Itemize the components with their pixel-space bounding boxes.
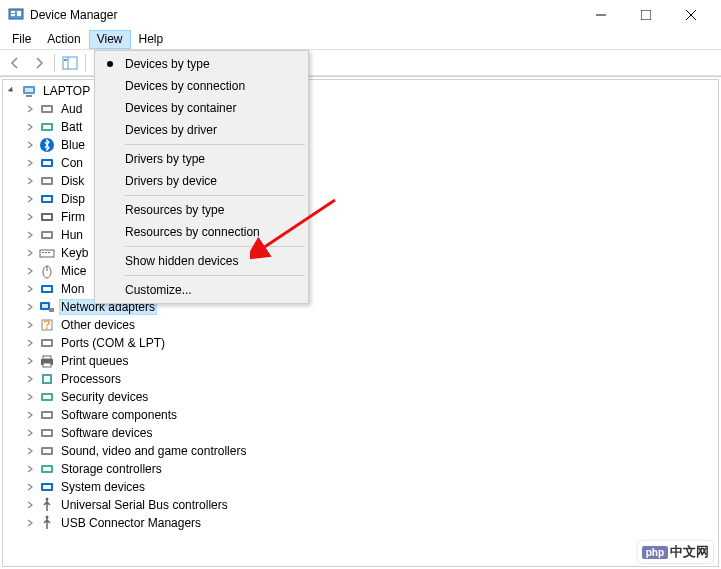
- expand-icon[interactable]: [23, 120, 37, 134]
- close-button[interactable]: [668, 0, 713, 30]
- svg-rect-38: [43, 287, 51, 291]
- view-dropdown-menu: Devices by typeDevices by connectionDevi…: [94, 50, 309, 304]
- hid-icon: [39, 227, 55, 243]
- show-hide-console-tree-button[interactable]: [59, 52, 81, 74]
- view-menu-item[interactable]: Drivers by device: [97, 170, 306, 192]
- svg-rect-1: [11, 11, 15, 13]
- expand-icon[interactable]: [23, 516, 37, 530]
- svg-point-63: [46, 498, 49, 501]
- svg-rect-8: [63, 57, 77, 69]
- svg-rect-32: [42, 252, 44, 253]
- view-menu-item[interactable]: Resources by connection: [97, 221, 306, 243]
- keyboard-icon: [39, 245, 55, 261]
- ports-icon: [39, 335, 55, 351]
- menu-view[interactable]: View: [89, 30, 131, 49]
- expand-icon[interactable]: [23, 318, 37, 332]
- view-menu-item[interactable]: Devices by driver: [97, 119, 306, 141]
- svg-rect-2: [11, 14, 15, 16]
- mouse-icon: [39, 263, 55, 279]
- watermark-brand: php: [642, 546, 668, 559]
- menu-separator: [125, 195, 305, 196]
- svg-rect-52: [43, 395, 51, 399]
- other-icon: ?: [39, 317, 55, 333]
- expand-icon[interactable]: [23, 480, 37, 494]
- expand-icon[interactable]: [23, 174, 37, 188]
- menu-separator: [125, 275, 305, 276]
- svg-rect-62: [43, 485, 51, 489]
- menu-item-label: Drivers by device: [125, 174, 217, 188]
- expand-icon[interactable]: [5, 84, 19, 98]
- menu-item-label: Devices by connection: [125, 79, 245, 93]
- tree-category-label: Security devices: [61, 390, 148, 404]
- expand-icon[interactable]: [23, 336, 37, 350]
- menu-item-label: Drivers by type: [125, 152, 205, 166]
- back-button[interactable]: [4, 52, 26, 74]
- view-menu-item[interactable]: Devices by container: [97, 97, 306, 119]
- view-menu-item[interactable]: Resources by type: [97, 199, 306, 221]
- menu-item-label: Devices by type: [125, 57, 210, 71]
- expand-icon[interactable]: [23, 300, 37, 314]
- svg-rect-24: [43, 179, 51, 183]
- tree-category-label: Mice: [61, 264, 86, 278]
- svg-text:?: ?: [43, 318, 50, 332]
- expand-icon[interactable]: [23, 228, 37, 242]
- maximize-button[interactable]: [623, 0, 668, 30]
- computer-icon: [21, 83, 37, 99]
- expand-icon[interactable]: [23, 138, 37, 152]
- tree-category-row[interactable]: Storage controllers: [3, 460, 718, 478]
- svg-rect-3: [17, 11, 21, 16]
- tree-category-row[interactable]: Software devices: [3, 424, 718, 442]
- printer-icon: [39, 353, 55, 369]
- battery-icon: [39, 119, 55, 135]
- expand-icon[interactable]: [23, 390, 37, 404]
- view-menu-item[interactable]: Drivers by type: [97, 148, 306, 170]
- tree-category-label: Disk: [61, 174, 84, 188]
- expand-icon[interactable]: [23, 408, 37, 422]
- view-menu-item[interactable]: Show hidden devices: [97, 250, 306, 272]
- expand-icon[interactable]: [23, 192, 37, 206]
- title-bar: Device Manager: [0, 0, 721, 30]
- tree-category-row[interactable]: Universal Serial Bus controllers: [3, 496, 718, 514]
- expand-icon[interactable]: [23, 156, 37, 170]
- tree-category-label: Software components: [61, 408, 177, 422]
- minimize-button[interactable]: [578, 0, 623, 30]
- expand-icon[interactable]: [23, 444, 37, 458]
- sound-icon: [39, 443, 55, 459]
- expand-icon[interactable]: [23, 102, 37, 116]
- tree-category-row[interactable]: Print queues: [3, 352, 718, 370]
- svg-rect-50: [44, 376, 50, 382]
- cpu-icon: [39, 371, 55, 387]
- tree-category-label: System devices: [61, 480, 145, 494]
- svg-rect-17: [43, 107, 51, 111]
- menu-help[interactable]: Help: [131, 30, 172, 49]
- tree-category-label: Con: [61, 156, 83, 170]
- menu-action[interactable]: Action: [39, 30, 88, 49]
- view-menu-item[interactable]: Customize...: [97, 279, 306, 301]
- expand-icon[interactable]: [23, 210, 37, 224]
- tree-category-row[interactable]: System devices: [3, 478, 718, 496]
- forward-button[interactable]: [28, 52, 50, 74]
- expand-icon[interactable]: [23, 426, 37, 440]
- menu-file[interactable]: File: [4, 30, 39, 49]
- toolbar-separator: [85, 54, 86, 72]
- window-title: Device Manager: [30, 8, 578, 22]
- tree-category-row[interactable]: Sound, video and game controllers: [3, 442, 718, 460]
- expand-icon[interactable]: [23, 498, 37, 512]
- tree-category-row[interactable]: Security devices: [3, 388, 718, 406]
- view-menu-item[interactable]: Devices by type: [97, 53, 306, 75]
- tree-category-row[interactable]: Processors: [3, 370, 718, 388]
- view-menu-item[interactable]: Devices by connection: [97, 75, 306, 97]
- expand-icon[interactable]: [23, 462, 37, 476]
- network-icon: [39, 299, 55, 315]
- expand-icon[interactable]: [23, 246, 37, 260]
- tree-category-row[interactable]: USB Connector Managers: [3, 514, 718, 532]
- expand-icon[interactable]: [23, 264, 37, 278]
- tree-category-row[interactable]: Ports (COM & LPT): [3, 334, 718, 352]
- tree-category-row[interactable]: ?Other devices: [3, 316, 718, 334]
- tree-category-row[interactable]: Software components: [3, 406, 718, 424]
- svg-rect-54: [43, 413, 51, 417]
- tree-category-label: Batt: [61, 120, 82, 134]
- expand-icon[interactable]: [23, 372, 37, 386]
- expand-icon[interactable]: [23, 282, 37, 296]
- expand-icon[interactable]: [23, 354, 37, 368]
